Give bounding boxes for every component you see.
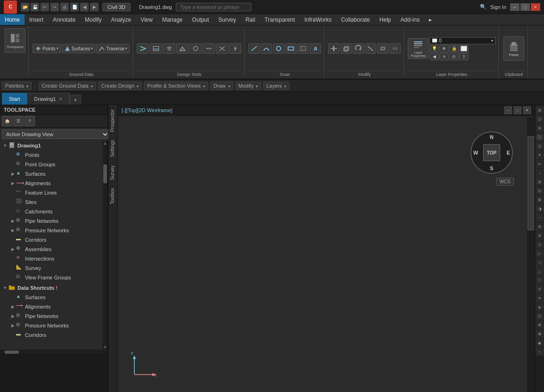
menu-infraworks[interactable]: InfraWorks [300,14,337,25]
menu-modify[interactable]: Modify [80,14,106,25]
tree-node-feature-lines[interactable]: 〰 Feature Lines [0,188,103,197]
far-right-icon-23[interactable]: ◈ [536,303,544,311]
points-dropdown[interactable]: Points ▾ [33,44,61,53]
layer-isolate-icon[interactable]: ⊙ [449,53,459,60]
help-btn[interactable]: ? [25,116,35,126]
far-right-icon-13[interactable]: ↔ [536,213,544,222]
layer-on-icon[interactable]: 💡 [429,45,439,52]
toolspace-scrollbar[interactable]: ▲ ▼ [103,141,107,350]
sign-in-label[interactable]: Sign In [490,4,506,10]
menu-annotate[interactable]: Annotate [48,14,80,25]
scale-icon[interactable] [377,43,388,54]
modify-button[interactable]: Modify ▾ [235,82,261,90]
profile-icon[interactable] [150,43,162,54]
far-right-icon-16[interactable]: ⊙ [536,240,544,249]
rectangle-icon[interactable] [285,43,297,54]
data-shortcuts-expand-icon[interactable]: ▼ [2,285,8,291]
profile-section-button[interactable]: Profile & Section Views ▾ [144,82,208,90]
far-right-icon-4[interactable]: ⬛ [536,133,544,141]
scroll-up-icon[interactable]: ▲ [103,141,107,146]
far-right-icon-19[interactable]: △ [536,267,544,276]
tree-node-assemblies[interactable]: ▶ ⚙ Assemblies [0,245,103,254]
tree-node-pressure-networks[interactable]: ▶ ⊞ Pressure Networks [0,226,103,235]
menu-transparent[interactable]: Transparent [260,14,299,25]
app-name[interactable]: Civil 3D [102,3,131,11]
pressure-icon[interactable] [203,43,215,54]
tree-node-ds-pressure-networks[interactable]: ▶ ⊞ Pressure Networks [0,321,103,330]
text-icon[interactable]: A [310,43,321,54]
tree-node-view-frame-groups[interactable]: ⊟ View Frame Groups [0,273,103,282]
menu-insert[interactable]: Insert [25,14,48,25]
far-right-icon-26[interactable]: ✤ [536,330,544,338]
layer-walk-icon[interactable]: 🚶 [459,53,469,60]
far-right-icon-7[interactable]: ⊳ [536,160,544,168]
ds-pipe-expand-icon[interactable]: ▶ [9,313,16,319]
layer-match-icon[interactable]: ≡ [439,53,449,60]
arrow-right-icon[interactable]: ▶ [90,3,99,11]
side-tab-toolbox[interactable]: Toolbox [108,184,117,208]
far-right-icon-1[interactable]: ⊞ [536,106,544,114]
new-tab-button[interactable]: + [70,95,81,105]
pipe-icon[interactable] [190,43,202,54]
arrow-left-icon[interactable]: ◀ [80,3,89,11]
line-icon[interactable] [248,43,260,54]
menu-output[interactable]: Output [187,14,214,25]
layers-button[interactable]: Layers ▾ [263,82,289,90]
drawing-view-dropdown[interactable]: Active Drawing View Master View Survey V… [2,130,109,139]
trim-icon[interactable] [365,43,376,54]
close-drawing1-icon[interactable]: ✕ [59,97,63,101]
hatch-icon[interactable] [297,43,309,54]
doc-tab-start[interactable]: Start [2,93,27,105]
ds-alignments-expand-icon[interactable]: ▶ [9,303,16,310]
side-tab-survey[interactable]: Survey [108,161,117,184]
minimize-button[interactable]: ─ [510,3,519,11]
rotate-icon[interactable] [353,43,364,54]
arc-icon[interactable] [261,43,272,54]
plot-icon[interactable]: 🖨 [60,3,69,11]
paste-button[interactable]: Paste [503,36,524,61]
menu-manage[interactable]: Manage [157,14,187,25]
search-btn-icon[interactable]: 🔍 [480,4,486,10]
scroll-down-icon[interactable]: ▼ [103,345,107,350]
viewport-scrollbar[interactable] [527,117,535,392]
side-tab-prospector[interactable]: Prospector [108,105,117,136]
create-ground-data-button[interactable]: Create Ground Data ▾ [39,82,96,90]
move-icon[interactable] [328,43,339,54]
pressure-networks-expand-icon[interactable]: ▶ [9,227,16,234]
menu-rail[interactable]: Rail [241,14,260,25]
menu-help[interactable]: Help [375,14,396,25]
save-icon[interactable]: 💾 [31,3,39,11]
far-right-icon-20[interactable]: ▽ [536,276,544,285]
tree-node-surfaces[interactable]: ▶ ▲ Surfaces [0,169,103,179]
tree-node-survey[interactable]: 📐 Survey [0,263,103,273]
layer-color2-icon[interactable] [459,45,469,52]
create-design-button[interactable]: Create Design ▾ [98,82,142,90]
plot2-icon[interactable]: 📄 [70,3,79,11]
tree-node-catchments[interactable]: ◇ Catchments [0,207,103,216]
menu-analyze[interactable]: Analyze [106,14,136,25]
alignments-expand-icon[interactable]: ▶ [9,180,16,187]
palettes-button[interactable]: Palettes ▾ [2,82,32,90]
menu-more[interactable]: ▸ [424,14,437,25]
scrollbar-thumb[interactable] [103,164,107,183]
grading-icon[interactable] [176,43,189,54]
draw-button[interactable]: Draw ▾ [210,82,233,90]
menu-home[interactable]: Home [0,14,25,25]
layer-name-dropdown[interactable]: 0 ▾ [429,37,495,44]
far-right-icon-18[interactable]: ◁ [536,258,544,267]
far-right-icon-10[interactable]: ⊟ [536,187,544,195]
far-right-icon-22[interactable]: ✦ [536,294,544,302]
far-right-icon-14[interactable]: ⊕ [536,222,544,231]
tree-node-ds-corridors[interactable]: ▬ Corridors [0,330,103,340]
undo-icon[interactable]: ↩ [41,3,49,11]
tree-node-pipe-networks[interactable]: ▶ ⊞ Pipe Networks [0,216,103,226]
corridor-icon[interactable] [163,43,175,54]
tree-node-ds-alignments[interactable]: ▶ ⟶ Alignments [0,302,103,311]
circle-icon[interactable] [273,43,284,54]
tree-node-point-groups[interactable]: ⊞ Point Groups [0,160,103,169]
tree-node-ds-pipe-networks[interactable]: ▶ ⊞ Pipe Networks [0,311,103,321]
far-right-icon-11[interactable]: ⊠ [536,196,544,204]
align-icon[interactable] [137,43,149,54]
vp-close-btn[interactable]: ✕ [523,106,531,114]
wcs-label[interactable]: WCS [496,178,514,186]
